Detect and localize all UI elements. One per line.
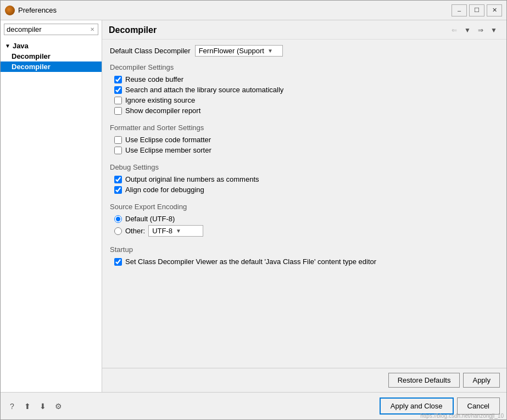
apply-button[interactable]: Apply	[463, 373, 500, 388]
tree-item-java-label: Java	[13, 42, 29, 50]
right-content: Default Class Decompiler FernFlower (Sup…	[102, 40, 506, 368]
startup-title: Startup	[110, 245, 499, 254]
checkbox-startup-default: Set Class Decompiler Viewer as the defau…	[110, 256, 499, 267]
reuse-code-buffer-label: Reuse code buffer	[125, 75, 183, 83]
export-icon[interactable]: ⬇	[38, 401, 48, 411]
app-icon	[5, 5, 15, 15]
checkbox-show-report: Show decompiler report	[110, 105, 499, 116]
ignore-existing-label: Ignore existing source	[125, 96, 195, 104]
formatter-sorter-group: Formatter and Sorter Settings Use Eclips…	[110, 124, 499, 155]
output-line-numbers-label: Output original line numbers as comments	[125, 175, 259, 183]
expand-icon: ▼	[5, 43, 10, 49]
debug-settings-group: Debug Settings Output original line numb…	[110, 163, 499, 195]
checkbox-output-line-numbers: Output original line numbers as comments	[110, 174, 499, 184]
encoding-combo-value: UTF-8	[152, 227, 172, 235]
decompiler-settings-group: Decompiler Settings Reuse code buffer Se…	[110, 63, 499, 116]
radio-other-encoding: Other: UTF-8 ▼	[110, 224, 499, 238]
tree-item-java[interactable]: ▼ Java	[1, 41, 102, 51]
title-bar: Preferences – ☐ ✕	[1, 1, 506, 20]
search-attach-label: Search and attach the library source aut…	[125, 86, 283, 94]
output-line-numbers-checkbox[interactable]	[114, 176, 122, 183]
checkbox-search-attach: Search and attach the library source aut…	[110, 85, 499, 95]
encoding-combo-arrow-icon: ▼	[176, 228, 181, 234]
startup-default-checkbox[interactable]	[114, 258, 122, 266]
reuse-code-buffer-checkbox[interactable]	[114, 76, 122, 83]
eclipse-sorter-label: Use Eclipse member sorter	[125, 146, 211, 154]
default-utf8-radio[interactable]	[114, 215, 122, 223]
settings-icon[interactable]: ⚙	[53, 401, 63, 411]
ignore-existing-checkbox[interactable]	[114, 97, 122, 104]
tree-item-decompiler1-label: Decompiler	[12, 52, 51, 60]
right-title: Decompiler	[109, 25, 157, 35]
default-utf8-label: Default (UTF-8)	[125, 215, 175, 223]
nav-buttons: ⇐ ▼ ⇒ ▼	[448, 25, 500, 36]
checkbox-ignore-existing: Ignore existing source	[110, 95, 499, 105]
decompiler-settings-title: Decompiler Settings	[110, 63, 499, 71]
show-report-checkbox[interactable]	[114, 107, 122, 115]
preferences-window: Preferences – ☐ ✕ ✕ ▼ Java Decompiler	[0, 0, 507, 420]
right-bottom-buttons: Restore Defaults Apply	[102, 368, 506, 392]
show-report-label: Show decompiler report	[125, 107, 200, 115]
right-panel: Decompiler ⇐ ▼ ⇒ ▼ Default Class Decompi…	[102, 20, 506, 392]
search-clear-icon[interactable]: ✕	[89, 26, 96, 32]
main-content: ✕ ▼ Java Decompiler Decompiler Decompile…	[1, 20, 506, 392]
combo-arrow-icon: ▼	[268, 48, 273, 54]
encoding-combo[interactable]: UTF-8 ▼	[148, 225, 203, 237]
eclipse-formatter-label: Use Eclipse code formatter	[125, 136, 211, 144]
tree-area: ▼ Java Decompiler Decompiler	[1, 38, 102, 392]
apply-and-close-button[interactable]: Apply and Close	[380, 397, 454, 415]
search-attach-checkbox[interactable]	[114, 86, 122, 94]
restore-defaults-button[interactable]: Restore Defaults	[388, 373, 460, 388]
footer-right-buttons: Apply and Close Cancel	[380, 397, 500, 415]
cancel-button[interactable]: Cancel	[457, 397, 500, 415]
nav-back-button[interactable]: ⇐	[448, 25, 460, 36]
window-title: Preferences	[18, 6, 452, 14]
checkbox-eclipse-sorter: Use Eclipse member sorter	[110, 145, 499, 155]
nav-dropdown-button[interactable]: ▼	[461, 25, 473, 36]
eclipse-sorter-checkbox[interactable]	[114, 147, 122, 154]
debug-settings-title: Debug Settings	[110, 163, 499, 171]
startup-group: Startup Set Class Decompiler Viewer as t…	[110, 245, 499, 267]
tree-item-decompiler2-label: Decompiler	[12, 63, 51, 71]
eclipse-formatter-checkbox[interactable]	[114, 136, 122, 144]
checkbox-reuse-code-buffer: Reuse code buffer	[110, 74, 499, 85]
nav-forward-button[interactable]: ⇒	[475, 25, 487, 36]
right-header: Decompiler ⇐ ▼ ⇒ ▼	[102, 20, 506, 40]
align-code-label: Align code for debugging	[125, 186, 204, 194]
other-encoding-radio[interactable]	[114, 227, 122, 235]
nav-forward-dropdown-button[interactable]: ▼	[488, 25, 500, 36]
checkbox-align-code: Align code for debugging	[110, 184, 499, 195]
tree-item-decompiler2[interactable]: Decompiler	[1, 61, 102, 72]
combo-value: FernFlower (Support	[199, 47, 264, 55]
tree-item-decompiler1[interactable]: Decompiler	[1, 51, 102, 61]
formatter-sorter-title: Formatter and Sorter Settings	[110, 124, 499, 132]
default-decompiler-row: Default Class Decompiler FernFlower (Sup…	[110, 45, 499, 57]
close-button[interactable]: ✕	[487, 4, 502, 16]
search-input[interactable]	[7, 25, 89, 33]
search-box[interactable]: ✕	[4, 24, 98, 35]
import-icon[interactable]: ⬆	[23, 401, 32, 411]
restore-button[interactable]: ☐	[469, 4, 484, 16]
footer-left-icons: ? ⬆ ⬇ ⚙	[7, 401, 63, 411]
other-label: Other:	[125, 227, 145, 235]
radio-default-utf8: Default (UTF-8)	[110, 214, 499, 224]
source-export-title: Source Export Encoding	[110, 203, 499, 211]
default-decompiler-combo[interactable]: FernFlower (Support ▼	[195, 45, 283, 57]
left-panel: ✕ ▼ Java Decompiler Decompiler	[1, 20, 102, 392]
align-code-checkbox[interactable]	[114, 186, 122, 194]
default-decompiler-label: Default Class Decompiler	[110, 47, 191, 55]
startup-default-label: Set Class Decompiler Viewer as the defau…	[125, 257, 376, 266]
minimize-button[interactable]: –	[452, 4, 467, 16]
window-controls: – ☐ ✕	[452, 4, 502, 16]
watermark: https://blog.csdn.net/hanzongji_10	[420, 413, 504, 419]
checkbox-eclipse-formatter: Use Eclipse code formatter	[110, 135, 499, 145]
help-icon[interactable]: ?	[7, 401, 17, 411]
source-export-group: Source Export Encoding Default (UTF-8) O…	[110, 203, 499, 238]
